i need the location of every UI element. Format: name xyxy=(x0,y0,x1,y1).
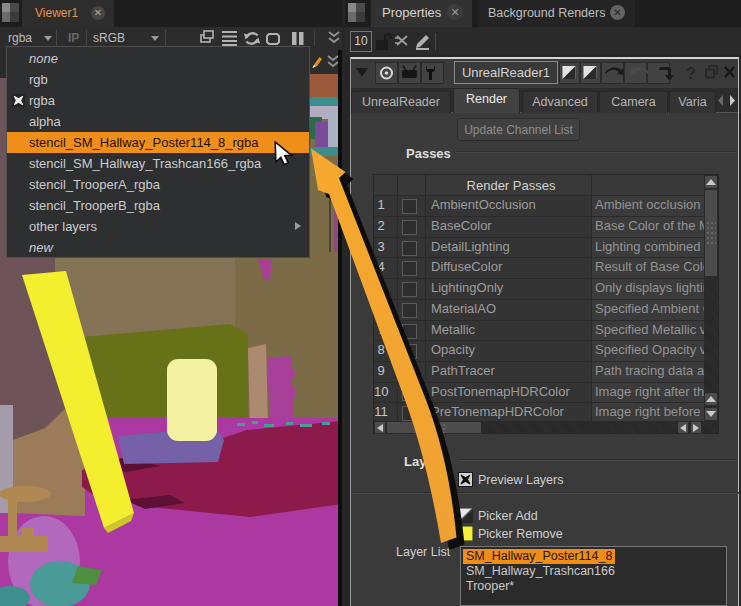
svg-text:?: ? xyxy=(686,65,696,82)
